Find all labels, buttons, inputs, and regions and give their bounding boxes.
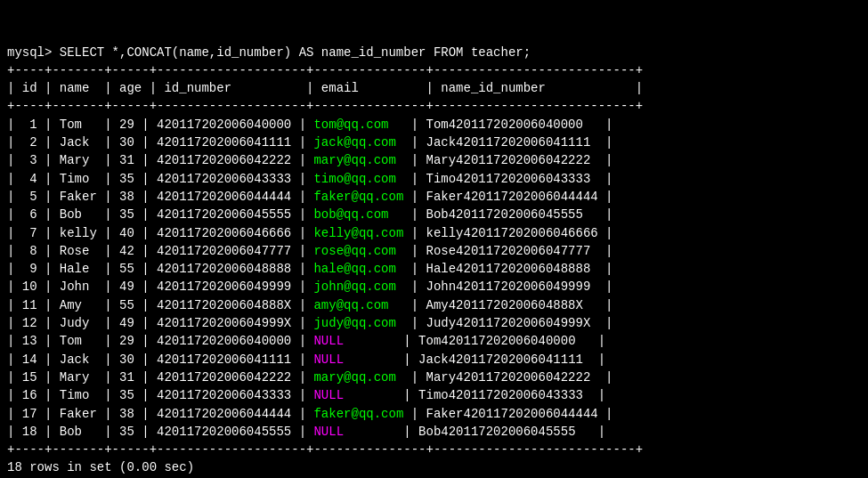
table-row: | Tom420117202006040000 | — [411, 117, 613, 132]
email-value: faker@qq.com — [313, 407, 410, 421]
table-row: | Rose420117202006047777 | — [411, 244, 613, 258]
table-row: | 5 | Faker | 38 | 420117202006044444 | … — [7, 188, 861, 206]
email-value: hale@qq.com — [313, 262, 410, 276]
table-row: | Bob420117202006045555 | — [403, 425, 605, 439]
null-value: NULL — [313, 388, 344, 402]
table-row: | 13 | Tom | 29 | 420117202006040000 | N… — [7, 332, 861, 350]
table-row: | Jack420117202006041111 | — [403, 352, 605, 367]
email-value: timo@qq.com — [313, 172, 410, 186]
email-value: rose@qq.com — [313, 244, 410, 258]
table-row: | 1 | Tom | 29 | 420117202006040000 | — [7, 117, 313, 132]
table-row: | 14 | Jack | 30 | 420117202006041111 | … — [7, 351, 861, 369]
table-row: | Hale420117202006048888 | — [411, 262, 613, 276]
email-value: jack@qq.com — [313, 135, 410, 150]
table-row: | 16 | Timo | 35 | 420117202006043333 | — [7, 388, 313, 402]
table-row: | Amy42011720200604888X | — [411, 298, 613, 312]
email-value: tom@qq.com — [313, 117, 410, 132]
table-row: | 15 | Mary | 31 | 420117202006042222 | — [7, 370, 313, 385]
table-row: | Timo420117202006043333 | — [411, 172, 613, 186]
table-row: | Mary420117202006042222 | — [411, 370, 613, 385]
table-row: | 9 | Hale | 55 | 420117202006048888 | h… — [7, 260, 861, 278]
email-value: amy@qq.com — [313, 298, 410, 312]
table-row: | John420117202006049999 | — [411, 280, 613, 294]
email-value: john@qq.com — [313, 280, 410, 294]
table-row: | 1 | Tom | 29 | 420117202006040000 | to… — [7, 116, 861, 134]
separator-mid: +----+-------+-----+--------------------… — [7, 99, 643, 113]
table-row: | 7 | kelly | 40 | 420117202006046666 | — [7, 226, 313, 240]
table-row: | 10 | John | 49 | 420117202006049999 | … — [7, 278, 861, 296]
table-row: | 4 | Timo | 35 | 420117202006043333 | t… — [7, 170, 861, 188]
table-row: | 8 | Rose | 42 | 420117202006047777 | r… — [7, 242, 861, 260]
table-row: | 15 | Mary | 31 | 420117202006042222 | … — [7, 369, 861, 386]
table-header: | id | name | age | id_number | email | … — [7, 81, 643, 95]
table-row: | 13 | Tom | 29 | 420117202006040000 | — [7, 334, 313, 348]
prompt: mysql> SELECT *,CONCAT(name,id_number) A… — [7, 45, 531, 60]
table-row: | Tom420117202006040000 | — [403, 334, 605, 348]
table-row: | Judy42011720200604999X | — [411, 316, 613, 330]
table-row: | 17 | Faker | 38 | 420117202006044444 | — [7, 407, 313, 421]
table-row: | Faker420117202006044444 | — [411, 190, 613, 204]
table-row: | 7 | kelly | 40 | 420117202006046666 | … — [7, 224, 861, 242]
table-row: | 2 | Jack | 30 | 420117202006041111 | j… — [7, 134, 861, 151]
table-row: | 5 | Faker | 38 | 420117202006044444 | — [7, 190, 313, 204]
table-row: | 16 | Timo | 35 | 420117202006043333 | … — [7, 386, 861, 404]
table-row: | 6 | Bob | 35 | 420117202006045555 | bo… — [7, 206, 861, 223]
table-row: | 17 | Faker | 38 | 420117202006044444 |… — [7, 405, 861, 423]
table-row: | 9 | Hale | 55 | 420117202006048888 | — [7, 262, 313, 276]
table-row: | Mary420117202006042222 | — [411, 153, 613, 167]
table-row: | 18 | Bob | 35 | 420117202006045555 | — [7, 425, 313, 439]
table-row: | Faker420117202006044444 | — [411, 407, 613, 421]
null-value: NULL — [313, 334, 344, 348]
null-value: NULL — [313, 352, 344, 367]
email-value: faker@qq.com — [313, 190, 410, 204]
table-row: | 4 | Timo | 35 | 420117202006043333 | — [7, 172, 313, 186]
table-row: | Bob420117202006045555 | — [411, 207, 613, 222]
terminal: mysql> SELECT *,CONCAT(name,id_number) A… — [7, 7, 861, 478]
email-value: bob@qq.com — [313, 207, 410, 222]
table-row: | kelly420117202006046666 | — [411, 226, 613, 240]
email-value: judy@qq.com — [313, 316, 410, 330]
separator-top: +----+-------+-----+--------------------… — [7, 63, 643, 77]
table-row: | 18 | Bob | 35 | 420117202006045555 | N… — [7, 423, 861, 441]
table-row: | 11 | Amy | 55 | 42011720200604888X | a… — [7, 296, 861, 314]
email-value: mary@qq.com — [313, 370, 410, 385]
table-row: | 8 | Rose | 42 | 420117202006047777 | — [7, 244, 313, 258]
separator-bottom: +----+-------+-----+--------------------… — [7, 442, 643, 457]
null-value: NULL — [313, 425, 344, 439]
table-row: | 11 | Amy | 55 | 42011720200604888X | — [7, 298, 313, 312]
table-row: | Jack420117202006041111 | — [411, 135, 613, 150]
table-row: | 10 | John | 49 | 420117202006049999 | — [7, 280, 313, 294]
table-row: | 14 | Jack | 30 | 420117202006041111 | — [7, 352, 313, 367]
table-row: | Timo420117202006043333 | — [403, 388, 605, 402]
footer: 18 rows in set (0.00 sec) — [7, 460, 194, 474]
email-value: mary@qq.com — [313, 153, 410, 167]
table-row: | 6 | Bob | 35 | 420117202006045555 | — [7, 207, 313, 222]
table-row: | 12 | Judy | 49 | 42011720200604999X | — [7, 316, 313, 330]
table-row: | 12 | Judy | 49 | 42011720200604999X | … — [7, 314, 861, 332]
email-value: kelly@qq.com — [313, 226, 410, 240]
table-row: | 2 | Jack | 30 | 420117202006041111 | — [7, 135, 313, 150]
table-row: | 3 | Mary | 31 | 420117202006042222 | m… — [7, 151, 861, 169]
table-row: | 3 | Mary | 31 | 420117202006042222 | — [7, 153, 313, 167]
